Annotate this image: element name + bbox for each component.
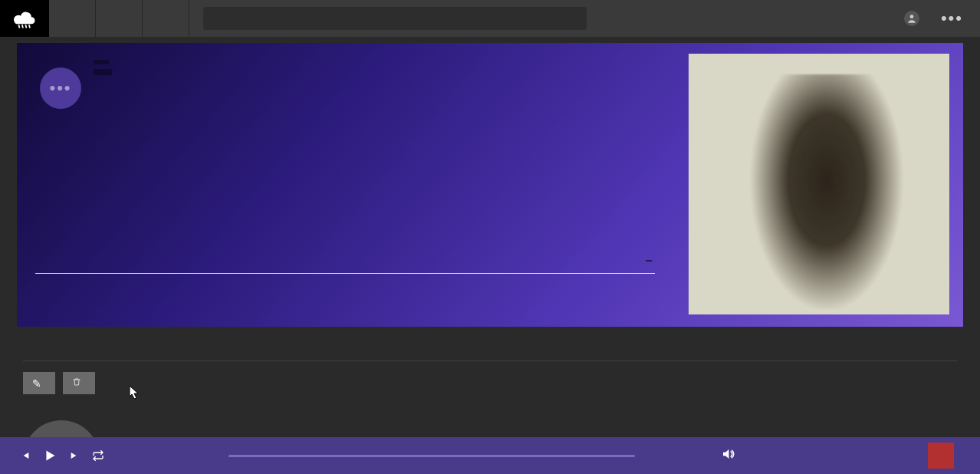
play-button[interactable] — [41, 447, 58, 464]
waveform-bars-bottom — [40, 273, 650, 304]
svg-rect-1 — [21, 25, 24, 28]
user-menu[interactable] — [904, 11, 926, 26]
svg-rect-0 — [18, 25, 20, 28]
album-art-face — [735, 74, 918, 309]
album-art[interactable] — [689, 54, 949, 314]
play-avatar[interactable]: ••• — [40, 67, 81, 109]
pencil-icon: ✎ — [32, 377, 41, 390]
track-title — [94, 69, 112, 75]
waveform[interactable] — [40, 242, 650, 304]
waveform-duration — [646, 260, 652, 262]
more-menu[interactable]: ••• — [941, 8, 963, 28]
repeat-button[interactable] — [92, 449, 104, 462]
nav-home[interactable] — [49, 0, 96, 37]
player-bar — [0, 437, 980, 474]
avatar-icon — [904, 11, 919, 26]
svg-rect-2 — [25, 25, 27, 28]
nav-portfolio[interactable] — [143, 0, 189, 37]
artist-chip[interactable] — [94, 60, 109, 64]
next-button[interactable] — [69, 449, 81, 462]
search-wrapper — [189, 7, 889, 30]
edit-button[interactable]: ✎ — [23, 372, 55, 394]
action-row: ✎ — [23, 372, 957, 394]
progress-bar[interactable] — [229, 455, 635, 457]
nav-right: ••• — [889, 8, 980, 28]
volume-button[interactable] — [721, 447, 735, 464]
top-nav: ••• — [0, 0, 980, 37]
title-block — [94, 60, 666, 75]
track-hero: ••• — [17, 43, 963, 327]
cloud-rain-icon — [11, 8, 38, 29]
now-playing[interactable] — [928, 443, 962, 469]
now-playing-art — [928, 443, 954, 469]
hero-left: ••• — [17, 43, 681, 327]
svg-point-4 — [910, 15, 914, 18]
prev-button[interactable] — [18, 449, 31, 462]
logo[interactable] — [0, 0, 49, 37]
search-input[interactable] — [203, 7, 587, 30]
delete-button[interactable] — [63, 372, 95, 394]
svg-rect-3 — [28, 25, 31, 28]
nav-linkedin[interactable] — [96, 0, 143, 37]
divider — [23, 360, 957, 361]
trash-icon — [72, 377, 81, 390]
